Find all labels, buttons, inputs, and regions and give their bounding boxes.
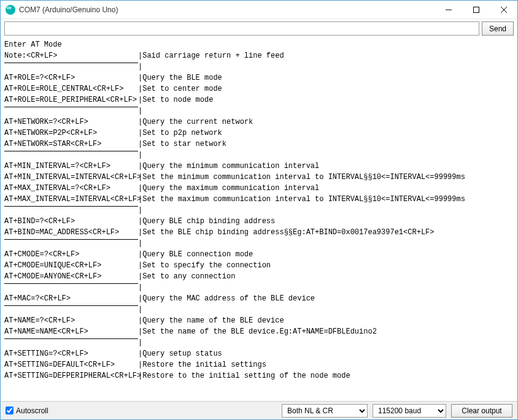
output-description: |Set the minimum communication interval … bbox=[138, 172, 465, 183]
output-separator: | bbox=[4, 205, 514, 216]
baud-select[interactable]: 115200 baud bbox=[373, 404, 446, 418]
output-description: |Query the name of the BLE device bbox=[138, 315, 284, 326]
output-command: AT+ROLE=ROLE_CENTRAL<CR+LF> bbox=[4, 83, 138, 94]
output-line: AT+BIND=MAC_ADDRESS<CR+LF>|Set the BLE c… bbox=[4, 227, 514, 238]
output-separator: | bbox=[4, 304, 514, 315]
output-line: AT+CMODE=?<CR+LF>|Query BLE connection m… bbox=[4, 249, 514, 260]
output-line: AT+MIN_INTERVAL=INTERVAL<CR+LF>|Set the … bbox=[4, 172, 514, 183]
output-intro: Enter AT Mode bbox=[4, 39, 514, 50]
output-command: AT+MAX_INTERVAL=INTERVAL<CR+LF> bbox=[4, 194, 138, 205]
output-description: |Query the current network bbox=[138, 116, 253, 128]
output-line: AT+SETTING=?<CR+LF>|Query setup status bbox=[4, 348, 514, 359]
output-command: AT+CMODE=?<CR+LF> bbox=[4, 249, 138, 260]
output-line: AT+SETTING=DEFAULT<CR+LF>|Restore the in… bbox=[4, 359, 514, 370]
output-description: |Set to node mode bbox=[138, 94, 213, 105]
output-separator: | bbox=[4, 282, 514, 293]
output-command: AT+ROLE=ROLE_PERIPHERAL<CR+LF> bbox=[4, 94, 138, 105]
output-description: |Set to specify the connection bbox=[138, 260, 271, 271]
output-description: |Query the minimum communication interva… bbox=[138, 161, 319, 172]
output-line: AT+MIN_INTERVAL=?<CR+LF>|Query the minim… bbox=[4, 161, 514, 172]
output-command: AT+CMODE=ANYONE<CR+LF> bbox=[4, 271, 138, 282]
output-command: AT+NAME=NAME<CR+LF> bbox=[4, 326, 138, 337]
window-buttons bbox=[435, 1, 517, 18]
output-description: |Query the maximum communication interva… bbox=[138, 183, 319, 194]
output-command: AT+SETTING=DEFAULT<CR+LF> bbox=[4, 359, 138, 370]
output-command: AT+MIN_INTERVAL=INTERVAL<CR+LF> bbox=[4, 172, 138, 183]
output-separator: | bbox=[4, 150, 514, 161]
output-line: AT+CMODE=ANYONE<CR+LF>|Set to any connec… bbox=[4, 271, 514, 282]
output-description: |Set to center mode bbox=[138, 83, 222, 94]
output-description: |Restore the initial settings bbox=[138, 359, 266, 370]
input-row: Send bbox=[1, 19, 517, 38]
output-command: AT+ROLE=?<CR+LF> bbox=[4, 72, 138, 83]
output-description: |Query the BLE mode bbox=[138, 72, 222, 83]
output-line: AT+CMODE=UNIQUE<CR+LF>|Set to specify th… bbox=[4, 260, 514, 271]
output-line: AT+MAX_INTERVAL=?<CR+LF>|Query the maxim… bbox=[4, 183, 514, 194]
window-title: COM7 (Arduino/Genuino Uno) bbox=[19, 6, 435, 14]
output-line: AT+NAME=?<CR+LF>|Query the name of the B… bbox=[4, 315, 514, 326]
output-line: AT+NETWORK=?<CR+LF>|Query the current ne… bbox=[4, 116, 514, 128]
output-separator: | bbox=[4, 61, 514, 72]
output-line: AT+NETWORK=P2P<CR+LF>|Set to p2p network bbox=[4, 128, 514, 139]
output-description: |Set the maximum communication interval … bbox=[138, 194, 465, 205]
output-command: AT+NETWORK=STAR<CR+LF> bbox=[4, 139, 138, 150]
output-command: AT+SETTING=?<CR+LF> bbox=[4, 348, 138, 359]
bottom-bar: Autoscroll Both NL & CR 115200 baud Clea… bbox=[1, 401, 517, 419]
output-description: |Set to star network bbox=[138, 139, 226, 150]
output-line: AT+MAC=?<CR+LF>|Query the MAC address of… bbox=[4, 293, 514, 304]
autoscroll-label[interactable]: Autoscroll bbox=[6, 407, 48, 415]
output-description: |Set the name of the BLE device.Eg:AT+NA… bbox=[138, 326, 377, 337]
autoscroll-checkbox[interactable] bbox=[6, 407, 14, 414]
send-button[interactable]: Send bbox=[482, 21, 514, 36]
maximize-button[interactable] bbox=[462, 1, 490, 18]
minimize-button[interactable] bbox=[435, 1, 462, 18]
output-description: |Set to any connection bbox=[138, 271, 235, 282]
output-command: AT+NETWORK=P2P<CR+LF> bbox=[4, 128, 138, 139]
output-separator: | bbox=[4, 238, 514, 249]
output-line: AT+BIND=?<CR+LF>|Query BLE chip binding … bbox=[4, 216, 514, 227]
output-description: |Said carriage return + line feed bbox=[138, 50, 284, 61]
clear-output-button[interactable]: Clear output bbox=[451, 404, 512, 418]
output-separator: | bbox=[4, 337, 514, 348]
output-description: |Query BLE connection mode bbox=[138, 249, 253, 260]
output-separator: | bbox=[4, 105, 514, 116]
output-command: AT+BIND=MAC_ADDRESS<CR+LF> bbox=[4, 227, 138, 238]
svg-rect-1 bbox=[473, 7, 479, 12]
output-command: AT+NETWORK=?<CR+LF> bbox=[4, 116, 138, 128]
output-description: |Query the MAC address of the BLE device bbox=[138, 293, 315, 304]
command-input[interactable] bbox=[4, 21, 479, 36]
line-ending-select[interactable]: Both NL & CR bbox=[282, 404, 368, 418]
close-button[interactable] bbox=[490, 1, 517, 18]
output-command: AT+MIN_INTERVAL=?<CR+LF> bbox=[4, 161, 138, 172]
output-command: AT+CMODE=UNIQUE<CR+LF> bbox=[4, 260, 138, 271]
output-line: AT+NAME=NAME<CR+LF>|Set the name of the … bbox=[4, 326, 514, 337]
output-command: AT+NAME=?<CR+LF> bbox=[4, 315, 138, 326]
output-line: AT+NETWORK=STAR<CR+LF>|Set to star netwo… bbox=[4, 139, 514, 150]
output-command: AT+MAX_INTERVAL=?<CR+LF> bbox=[4, 183, 138, 194]
output-line: AT+SETTING=DEFPERIPHERAL<CR+LF>|Restore … bbox=[4, 370, 514, 381]
arduino-icon bbox=[6, 5, 15, 15]
output-command: Note:<CR+LF> bbox=[4, 50, 138, 61]
output-description: |Restore to the initial setting of the n… bbox=[138, 370, 350, 381]
output-line: AT+ROLE=ROLE_PERIPHERAL<CR+LF>|Set to no… bbox=[4, 94, 514, 105]
titlebar: COM7 (Arduino/Genuino Uno) bbox=[1, 1, 517, 19]
output-command: AT+SETTING=DEFPERIPHERAL<CR+LF> bbox=[4, 370, 138, 381]
output-command: AT+MAC=?<CR+LF> bbox=[4, 293, 138, 304]
output-line: AT+ROLE=?<CR+LF>|Query the BLE mode bbox=[4, 72, 514, 83]
output-description: |Set the BLE chip binding address§§Eg:AT… bbox=[138, 227, 434, 238]
autoscroll-text: Autoscroll bbox=[16, 407, 48, 415]
output-description: |Set to p2p network bbox=[138, 128, 222, 139]
output-line: AT+MAX_INTERVAL=INTERVAL<CR+LF>|Set the … bbox=[4, 194, 514, 205]
output-description: |Query setup status bbox=[138, 348, 222, 359]
serial-output[interactable]: Enter AT ModeNote:<CR+LF>|Said carriage … bbox=[1, 38, 517, 401]
output-description: |Query BLE chip binding address bbox=[138, 216, 275, 227]
output-command: AT+BIND=?<CR+LF> bbox=[4, 216, 138, 227]
output-line: AT+ROLE=ROLE_CENTRAL<CR+LF>|Set to cente… bbox=[4, 83, 514, 94]
output-line: Note:<CR+LF>|Said carriage return + line… bbox=[4, 50, 514, 61]
